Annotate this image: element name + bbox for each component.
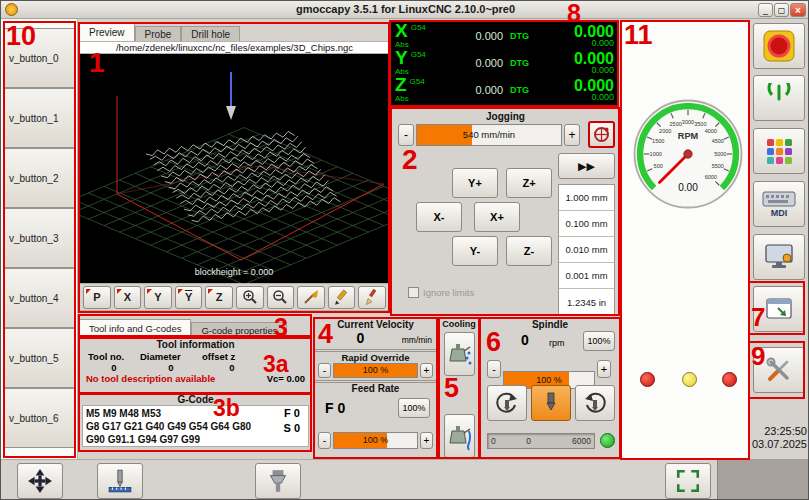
- dro-row-y[interactable]: YG54 Abs 0.000 DTG 0.0000.000: [395, 49, 614, 76]
- spindle-bar-max: 6000: [572, 436, 591, 446]
- dro-row-x[interactable]: XG54 Abs 0.000 DTG 0.0000.000: [395, 22, 614, 49]
- jog-z-plus-button[interactable]: Z+: [506, 168, 552, 198]
- view-y-button[interactable]: Y: [144, 286, 172, 309]
- active-gcodes-2: G90 G91.1 G94 G97 G99: [86, 433, 305, 446]
- jog-mode-button[interactable]: [588, 121, 615, 148]
- spindle-minus-button[interactable]: -: [487, 360, 501, 378]
- view-z-button[interactable]: Z: [205, 286, 233, 309]
- window-title: gmoccapy 3.5.1 for LinuxCNC 2.10.0~pre0: [1, 3, 809, 15]
- window-mode-button[interactable]: [753, 286, 805, 332]
- mist-button[interactable]: [444, 332, 475, 376]
- spindle-cw-icon: [582, 390, 608, 416]
- v-button-4[interactable]: v_button_4: [3, 268, 75, 328]
- tab-tool-info[interactable]: Tool info and G-codes: [79, 319, 191, 337]
- dro-row-z[interactable]: ZG54 Abs 0.000 DTG 0.0000.000: [395, 77, 614, 104]
- tool-change-button[interactable]: [255, 463, 301, 499]
- tab-drill-hole[interactable]: Drill hole: [181, 26, 240, 41]
- tool-information-title: Tool information: [80, 339, 311, 350]
- v-button-2[interactable]: v_button_2: [3, 148, 75, 208]
- mist-icon: [448, 339, 472, 369]
- spindle-at-speed-led: [600, 433, 615, 448]
- tool-measure-button[interactable]: [97, 463, 143, 499]
- v-button-5[interactable]: v_button_5: [3, 328, 75, 388]
- rapid-override-frame: Rapid Override - 100 % +: [314, 351, 437, 381]
- rapid-minus-button[interactable]: -: [318, 363, 331, 378]
- increment-item-4[interactable]: 1.2345 in: [559, 289, 614, 315]
- tab-gcode-properties[interactable]: G-code properties: [191, 322, 287, 337]
- v-button-6[interactable]: v_button_6: [3, 388, 75, 448]
- ignore-limits-checkbox[interactable]: Ignore limits: [408, 287, 474, 298]
- v-button-3[interactable]: v_button_3: [3, 208, 75, 268]
- svg-text:6000: 6000: [705, 174, 717, 180]
- zoom-out-button[interactable]: [267, 286, 295, 309]
- zoom-in-button[interactable]: [236, 286, 264, 309]
- spindle-ccw-button[interactable]: [487, 385, 527, 421]
- flood-button[interactable]: [444, 414, 475, 458]
- increment-item-2[interactable]: 0.010 mm: [559, 237, 614, 263]
- view-y2-button[interactable]: Y: [175, 286, 203, 309]
- machine-on-button[interactable]: [753, 75, 805, 121]
- feed-pct-button[interactable]: 100%: [398, 398, 430, 418]
- status-led-yellow: [682, 372, 697, 387]
- estop-button[interactable]: [753, 23, 805, 69]
- spindle-plus-button[interactable]: +: [597, 360, 611, 378]
- v-button-1[interactable]: v_button_1: [3, 88, 75, 148]
- feed-rate-slider[interactable]: 100 %: [333, 432, 418, 449]
- current-velocity-value: 0: [319, 330, 402, 346]
- settings-button[interactable]: [753, 128, 805, 174]
- jog-speed-plus-button[interactable]: +: [564, 124, 580, 146]
- v-button-0[interactable]: v_button_0: [3, 28, 75, 88]
- tab-preview[interactable]: Preview: [79, 23, 135, 41]
- increment-item-0[interactable]: 1.000 mm: [559, 185, 614, 211]
- increment-item-3[interactable]: 0.001 mm: [559, 263, 614, 289]
- checkbox-box: [408, 287, 419, 298]
- feed-plus-button[interactable]: +: [420, 432, 433, 449]
- dimensions-button[interactable]: [328, 286, 356, 309]
- gcode-file-path: /home/zdenek/linuxcnc/nc_files/examples/…: [79, 41, 390, 54]
- mdi-button[interactable]: MDI: [753, 181, 805, 227]
- dtg-label: DTG: [510, 85, 529, 95]
- close-button[interactable]: ×: [790, 3, 806, 17]
- touch-off-button[interactable]: [17, 463, 63, 499]
- draw-tool-button[interactable]: [358, 286, 386, 309]
- jog-x-minus-button[interactable]: X-: [416, 202, 462, 232]
- machine-settings-button[interactable]: [753, 234, 805, 280]
- spindle-slider[interactable]: 100 %: [503, 371, 595, 389]
- jog-x-plus-button[interactable]: X+: [474, 202, 520, 232]
- tab-probe[interactable]: Probe: [135, 26, 182, 41]
- gremlin-3d-preview[interactable]: blockheight = 0.000: [79, 54, 390, 283]
- rapid-plus-button[interactable]: +: [420, 363, 433, 378]
- svg-text:4500: 4500: [712, 138, 724, 144]
- dtg-value: 0.000: [529, 93, 614, 102]
- jog-y-minus-button[interactable]: Y-: [452, 236, 498, 266]
- gcode-frame: G-Code M5 M9 M48 M53 G8 G17 G21 G40 G49 …: [79, 393, 312, 452]
- minimize-button[interactable]: _: [758, 3, 773, 17]
- clear-plot-button[interactable]: [297, 286, 325, 309]
- view-y2-label: Y: [185, 291, 192, 303]
- svg-text:5000: 5000: [714, 151, 726, 157]
- jog-speed-minus-button[interactable]: -: [398, 124, 414, 146]
- jog-y-plus-button[interactable]: Y+: [452, 168, 498, 198]
- jog-speed-slider[interactable]: 540 mm/min: [416, 124, 562, 146]
- spindle-pct-button[interactable]: 100%: [583, 331, 615, 351]
- rapid-override-slider[interactable]: 100 %: [333, 363, 418, 378]
- cooling-panel: Cooling: [439, 318, 479, 458]
- coord-system: G54: [410, 77, 425, 86]
- feed-minus-button[interactable]: -: [318, 432, 331, 449]
- maximize-button[interactable]: ▢: [774, 3, 789, 17]
- fullscreen-button[interactable]: [665, 463, 711, 499]
- tool-settings-button[interactable]: [753, 347, 805, 393]
- view-x-button[interactable]: X: [114, 286, 142, 309]
- view-p-label: P: [93, 291, 100, 303]
- pencil-icon: [333, 288, 351, 306]
- svg-text:4000: 4000: [705, 128, 717, 134]
- jog-z-minus-button[interactable]: Z-: [506, 236, 552, 266]
- rapid-jog-button[interactable]: ▶▶: [558, 153, 615, 179]
- increment-item-1[interactable]: 0.100 mm: [559, 211, 614, 237]
- coord-system: G54: [411, 23, 426, 32]
- spindle-stop-button[interactable]: [531, 385, 571, 421]
- bottom-right-panel: [717, 459, 809, 500]
- spindle-cw-button[interactable]: [575, 385, 615, 421]
- s-word: S 0: [283, 422, 300, 434]
- view-perspective-button[interactable]: P: [83, 286, 111, 309]
